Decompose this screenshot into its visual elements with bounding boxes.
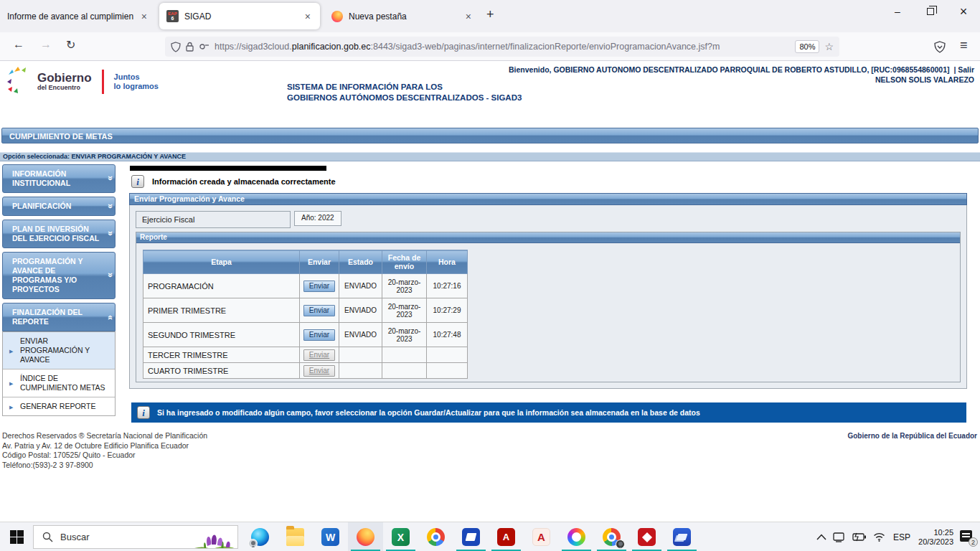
col-etapa: Etapa <box>143 250 300 274</box>
sidebar-item-generar-reporte[interactable]: ▶ GENERAR REPORTE <box>3 397 115 415</box>
minimize-button[interactable]: – <box>881 0 914 23</box>
report-header: Reporte <box>136 232 960 243</box>
taskbar-scanner-app[interactable] <box>453 522 489 551</box>
tray-chevron-up-icon[interactable] <box>816 534 826 540</box>
logo-arrows-icon <box>6 66 32 98</box>
back-icon[interactable]: ← <box>13 38 24 51</box>
taskbar-red-app[interactable] <box>629 522 664 551</box>
sidebar-item-indice-cumplimiento[interactable]: ▶ ÍNDICE DE CUMPLIMIENTO METAS <box>3 369 115 397</box>
flash-message: i Información creada y almacenada correc… <box>130 166 326 194</box>
col-enviar: Enviar <box>300 250 339 274</box>
sidebar-item-programacion-avance[interactable]: PROGRAMACIÓN Y AVANCE DE PROGRAMAS Y/O P… <box>2 252 116 299</box>
section-header: Enviar Programación y Avance <box>129 193 967 205</box>
table-row: PRIMER TRIMESTRE Enviar ENVIADO 20-marzo… <box>143 298 468 323</box>
col-estado: Estado <box>339 250 382 274</box>
lock-icon[interactable] <box>186 42 194 52</box>
table-row: PROGRAMACIÓN Enviar ENVIADO 20-marzo-202… <box>143 274 468 298</box>
time: 10:25 <box>918 528 953 537</box>
taskbar-edge[interactable] <box>242 522 278 551</box>
tracking-shield-icon[interactable] <box>171 42 181 52</box>
reload-icon[interactable]: ↻ <box>66 38 75 52</box>
restore-button[interactable] <box>914 0 947 23</box>
chevron-down-icon: » <box>105 176 115 181</box>
seasonal-flower-image[interactable] <box>190 526 237 549</box>
taskbar-acrobat[interactable]: A <box>489 522 524 551</box>
menu-icon[interactable]: ≡ <box>960 38 968 53</box>
enviar-button[interactable]: Enviar <box>303 329 335 341</box>
system-title: SISTEMA DE INFORMACIÓN PARA LOS GOBIERNO… <box>287 82 522 103</box>
tab-informe[interactable]: Informe de avance al cumplimiento × <box>0 0 156 32</box>
wifi-icon[interactable] <box>873 532 885 542</box>
close-button[interactable]: × <box>947 0 980 23</box>
taskbar-word[interactable]: W <box>313 522 348 551</box>
autocad-icon: A <box>532 528 550 546</box>
table-row: SEGUNDO TRIMESTRE Enviar ENVIADO 20-marz… <box>143 323 468 347</box>
notification-center[interactable]: 2 <box>960 530 976 545</box>
enviar-button-disabled: Enviar <box>303 365 335 377</box>
taskbar-firefox[interactable] <box>348 522 383 551</box>
browser-tab-bar: Informe de avance al cumplimiento × EAP … <box>0 0 980 32</box>
cast-screen-icon[interactable] <box>833 532 846 542</box>
tab-close-icon[interactable]: × <box>139 11 149 22</box>
search-icon <box>42 532 53 542</box>
logo-text: Gobierno del Encuentro <box>37 72 92 91</box>
language-indicator[interactable]: ESP <box>892 532 912 542</box>
sidebar-submenu: ▶ ENVIAR PROGRAMACIÓN Y AVANCE ▶ ÍNDICE … <box>2 331 116 416</box>
sidebar-item-plan-inversion[interactable]: PLAN DE INVERSIÓN DEL EJERCICIO FISCAL » <box>2 220 116 248</box>
taskbar-chrome-profile[interactable] <box>594 522 629 551</box>
bookmark-star-icon[interactable]: ☆ <box>824 41 834 52</box>
table-row: CUARTO TRIMESTRE Enviar <box>143 363 468 379</box>
fiscal-label: Ejercicio Fiscal <box>136 211 291 228</box>
tab-nueva-pestana[interactable]: Nueva pestaña × <box>324 0 481 32</box>
hora-value: 10:27:16 <box>427 274 468 298</box>
sidebar-item-enviar-programacion[interactable]: ▶ ENVIAR PROGRAMACIÓN Y AVANCE <box>3 332 115 369</box>
browser-nav-bar: ← → ↻ https://sigad3cloud.planificacion.… <box>0 32 980 61</box>
search-input[interactable]: Buscar <box>33 525 238 549</box>
estado-value: ENVIADO <box>339 298 382 323</box>
chrome-icon <box>427 528 445 546</box>
sidebar-item-planificacion[interactable]: PLANIFICACIÓN » <box>2 197 116 216</box>
permissions-icon[interactable] <box>199 42 209 51</box>
tab-close-icon[interactable]: × <box>463 11 473 22</box>
enviar-button-disabled: Enviar <box>303 349 335 361</box>
clock[interactable]: 10:25 20/3/2023 <box>918 528 953 547</box>
taskbar-autocad[interactable]: A <box>524 522 559 551</box>
page-footer: Derechos Reservados ® Secretaría Naciona… <box>2 431 207 470</box>
forward-icon[interactable]: → <box>40 38 52 51</box>
enviar-button[interactable]: Enviar <box>303 305 335 316</box>
sidebar-menu: INFORMACIÓN INSTITUCIONAL » PLANIFICACIÓ… <box>2 164 116 416</box>
tab-sigad[interactable]: EAP 6 SIGAD × <box>159 3 320 29</box>
fiscal-row: Ejercicio Fiscal Año: 2022 <box>136 211 961 228</box>
welcome-text: Bienvenido, GOBIERNO AUTONOMO DESCENTRAL… <box>509 65 950 74</box>
hora-value <box>427 347 468 363</box>
notification-badge: 2 <box>969 537 978 547</box>
chevron-down-icon: » <box>105 273 115 278</box>
start-button[interactable] <box>10 530 24 544</box>
taskbar-reader-app[interactable] <box>664 522 699 551</box>
tab-close-icon[interactable]: × <box>303 11 313 22</box>
taskbar-file-explorer[interactable] <box>278 522 313 551</box>
logout-link[interactable]: | Salir <box>953 65 974 74</box>
gobierno-logo: Gobierno del Encuentro Juntos lo logramo… <box>6 66 159 98</box>
taskbar-excel[interactable]: X <box>383 522 418 551</box>
battery-icon[interactable] <box>852 532 867 542</box>
search-placeholder: Buscar <box>60 532 89 542</box>
taskbar-chrome[interactable] <box>418 522 453 551</box>
logo-slogan: Juntos lo logramos <box>114 72 159 91</box>
new-tab-button[interactable]: + <box>486 7 494 22</box>
welcome-area: Bienvenido, GOBIERNO AUTONOMO DESCENTRAL… <box>509 65 974 85</box>
url-bar[interactable]: https://sigad3cloud.planificacion.gob.ec… <box>165 37 839 57</box>
info-icon: i <box>131 175 144 188</box>
save-reminder-bar: i Si ha ingresado o modificado algún cam… <box>131 402 966 423</box>
red-app-icon <box>638 528 656 546</box>
edge-profile-avatar <box>248 539 258 548</box>
sidebar-item-finalizacion-reporte[interactable]: FINALIZACIÓN DEL REPORTE » <box>2 303 116 331</box>
zoom-level-badge[interactable]: 80% <box>795 40 819 53</box>
firefox-favicon-icon <box>331 11 343 22</box>
date: 20/3/2023 <box>918 537 953 547</box>
enviar-button[interactable]: Enviar <box>303 281 335 292</box>
sidebar-item-informacion-institucional[interactable]: INFORMACIÓN INSTITUCIONAL » <box>2 164 116 193</box>
taskbar-color-ring-app[interactable] <box>559 522 594 551</box>
pocket-shield-icon[interactable] <box>934 41 946 53</box>
chevron-up-icon: » <box>105 315 115 320</box>
